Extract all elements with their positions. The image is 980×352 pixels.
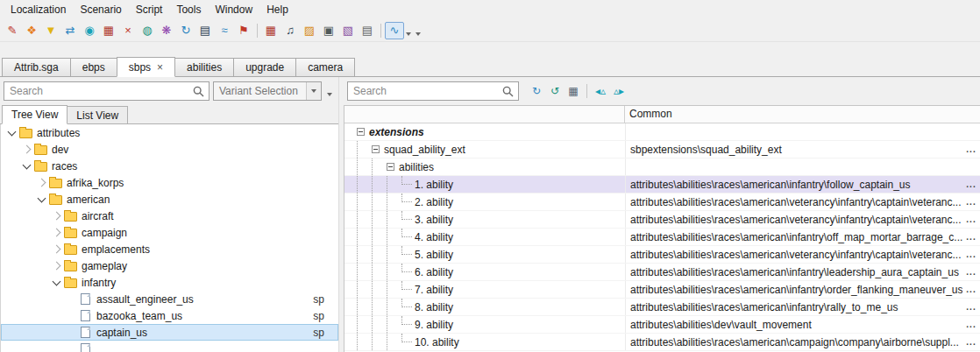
chevron-down-icon[interactable] — [404, 23, 412, 39]
tree-item-aircraft[interactable]: aircraft — [1, 208, 338, 224]
row-value-cell[interactable]: attributes\abilities\races\american\infa… — [625, 281, 962, 298]
chevron-down-icon[interactable] — [6, 127, 18, 138]
image-icon[interactable]: ▨ — [300, 22, 319, 39]
left-search-input[interactable] — [4, 82, 193, 100]
globe-icon[interactable]: ◍ — [138, 22, 157, 39]
chevron-right-icon[interactable] — [51, 260, 62, 271]
waves-icon[interactable]: ≈ — [215, 22, 234, 39]
row-value-cell[interactable]: attributes\abilities\races\american\infa… — [625, 264, 962, 280]
close-tab-icon[interactable]: × — [157, 63, 163, 72]
tab-camera[interactable]: camera — [295, 58, 355, 76]
refresh-icon[interactable]: ↻ — [176, 22, 195, 39]
collapse-expander-icon[interactable] — [372, 145, 380, 153]
row-browse-button[interactable]: ... — [962, 246, 980, 263]
sync-out-icon[interactable]: ↺ — [546, 82, 564, 100]
toolbar-overflow-icon[interactable] — [325, 83, 333, 99]
right-search-input[interactable] — [348, 82, 502, 100]
grid-row-4-ability[interactable]: 4. abilityattributes\abilities\races\ame… — [344, 229, 980, 246]
grid-view-icon[interactable]: ▦ — [565, 82, 582, 100]
doc-icon[interactable]: ▤ — [358, 22, 377, 39]
row-value-cell[interactable] — [625, 158, 962, 175]
menu-script[interactable]: Script — [129, 1, 170, 18]
row-browse-button[interactable]: ... — [962, 211, 980, 228]
menu-window[interactable]: Window — [208, 1, 259, 18]
next-diff-icon[interactable]: ▵▸ — [610, 82, 628, 100]
chevron-down-icon[interactable] — [36, 194, 47, 205]
tree-item-emplacements[interactable]: emplacements — [1, 241, 338, 257]
row-value-cell[interactable]: sbpextensions\squad_ability_ext — [625, 141, 962, 158]
row-value-cell[interactable]: attributes\abilities\dev\vault_movement — [625, 316, 962, 333]
grid-row-5-ability[interactable]: 5. abilityattributes\abilities\races\ame… — [344, 246, 980, 264]
wave-tool-icon[interactable]: ∿ — [385, 22, 404, 39]
row-value-cell[interactable]: attributes\abilities\races\american\infa… — [625, 176, 962, 193]
prev-diff-icon[interactable]: ◂▵ — [592, 82, 609, 100]
grid-row-2-ability[interactable]: 2. abilityattributes\abilities\races\ame… — [344, 194, 980, 211]
delete-icon[interactable]: × — [118, 22, 138, 39]
row-browse-button[interactable]: ... — [962, 264, 980, 280]
chevron-down-icon[interactable] — [51, 277, 62, 288]
menu-scenario[interactable]: Scenario — [73, 1, 128, 18]
row-browse-button[interactable]: ... — [962, 141, 980, 158]
grid-row-squad-ability-ext[interactable]: squad_ability_extsbpextensions\squad_abi… — [344, 141, 980, 158]
export-icon[interactable]: ▤ — [195, 22, 215, 39]
chevron-right-icon[interactable] — [51, 227, 62, 238]
tab-ebps[interactable]: ebps — [70, 58, 117, 76]
row-value-cell[interactable]: attributes\abilities\races\american\vete… — [625, 246, 962, 263]
chevron-down-icon[interactable] — [306, 82, 321, 100]
row-browse-button[interactable]: ... — [962, 299, 980, 315]
grid-row-6-ability[interactable]: 6. abilityattributes\abilities\races\ame… — [344, 264, 980, 281]
tree-item-afrika-korps[interactable]: afrika_korps — [1, 174, 338, 191]
tab-attrib-sga[interactable]: Attrib.sga — [2, 58, 71, 76]
tree-item-campaign[interactable]: campaign — [1, 224, 338, 241]
view-tab-list-view[interactable]: List View — [67, 106, 128, 123]
toolbar-overflow-icon[interactable] — [414, 23, 422, 39]
row-browse-button[interactable]: ... — [962, 316, 980, 333]
tab-abilities[interactable]: abilities — [174, 58, 234, 76]
collapse-expander-icon[interactable] — [357, 128, 365, 136]
grid-row-3-ability[interactable]: 3. abilityattributes\abilities\races\ame… — [344, 211, 980, 229]
tree-item-american[interactable]: american — [1, 191, 338, 208]
audio-icon[interactable]: ♫ — [281, 22, 300, 39]
chevron-right-icon[interactable] — [36, 177, 47, 188]
view-tab-tree-view[interactable]: Tree View — [2, 105, 67, 124]
row-value-cell[interactable]: attributes\abilities\races\american\vete… — [625, 211, 962, 228]
tree-item-clipped[interactable] — [1, 341, 338, 352]
tree-item-races[interactable]: races — [1, 158, 338, 174]
menu-tools[interactable]: Tools — [169, 1, 208, 18]
row-value-cell[interactable]: attributes\abilities\races\american\vete… — [625, 194, 962, 210]
chevron-right-icon[interactable] — [51, 210, 62, 222]
menu-localization[interactable]: Localization — [4, 1, 73, 18]
row-value-cell[interactable]: attributes\abilities\races\american\infa… — [625, 299, 962, 315]
row-value-cell[interactable]: attributes\abilities\races\american\camp… — [625, 334, 962, 350]
row-browse-button[interactable]: ... — [962, 281, 980, 298]
grid-row-8-ability[interactable]: 8. abilityattributes\abilities\races\ame… — [344, 299, 980, 316]
help-icon[interactable]: ◉ — [80, 22, 99, 39]
name-column-header[interactable] — [344, 106, 625, 123]
chevron-right-icon[interactable] — [21, 144, 32, 155]
row-value-cell[interactable]: attributes\abilities\races\american\infa… — [625, 229, 962, 245]
tree-item-infantry[interactable]: infantry — [1, 274, 338, 291]
filter-icon[interactable]: ▼ — [41, 22, 60, 39]
menu-help[interactable]: Help — [259, 1, 295, 18]
tree-item-dev[interactable]: dev — [1, 141, 338, 158]
tree-item-bazooka-team-us[interactable]: bazooka_team_ussp — [1, 307, 338, 324]
tree-item-assault-engineer-us[interactable]: assault_engineer_ussp — [1, 291, 338, 307]
tab-upgrade[interactable]: upgrade — [233, 58, 296, 76]
marker-icon[interactable]: ✎ — [3, 22, 22, 39]
package-icon[interactable]: ▦ — [99, 22, 118, 39]
row-browse-button[interactable]: ... — [962, 334, 980, 350]
plugin-icon[interactable]: ❋ — [157, 22, 176, 39]
variant-selector[interactable]: Variant Selection — [213, 81, 322, 101]
frame-icon[interactable]: ▣ — [319, 22, 338, 39]
grid-row-abilities[interactable]: abilities — [344, 158, 980, 176]
grid-row-extensions[interactable]: extensions — [344, 123, 980, 141]
common-column-header[interactable]: Common — [625, 106, 980, 123]
tree-item-gameplay[interactable]: gameplay — [1, 257, 338, 274]
grid-row-9-ability[interactable]: 9. abilityattributes\abilities\dev\vault… — [344, 316, 980, 334]
row-browse-button[interactable]: ... — [962, 229, 980, 245]
flag-icon[interactable]: ⚑ — [234, 22, 253, 39]
tree-item-attributes[interactable]: attributes — [1, 124, 338, 141]
chevron-right-icon[interactable] — [51, 243, 62, 255]
chevron-down-icon[interactable] — [21, 160, 32, 172]
swap-icon[interactable]: ⇄ — [60, 22, 80, 39]
